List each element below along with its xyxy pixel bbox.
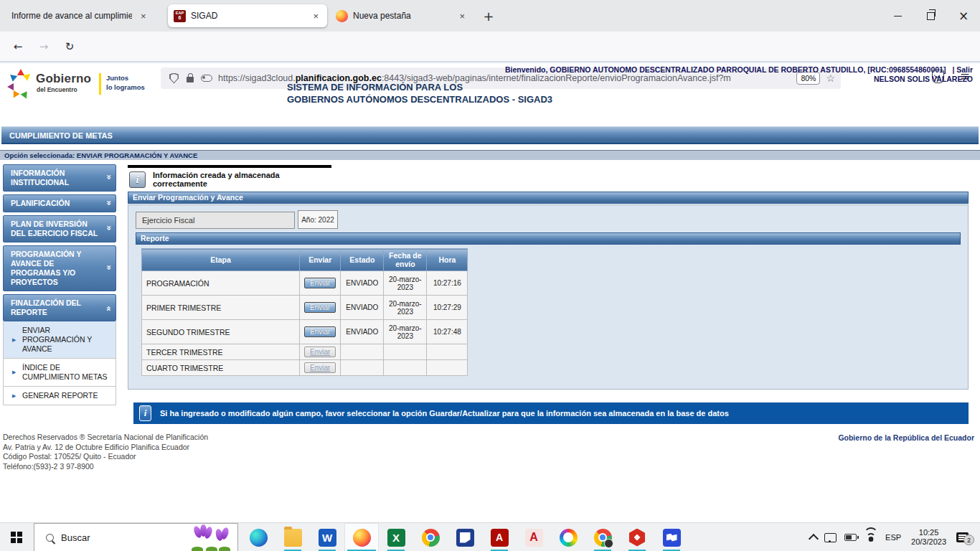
report-table: Etapa Enviar Estado Fecha de envío Hora … bbox=[141, 248, 468, 376]
report-panel: Ejercicio Fiscal Año: 2022 Reporte Etapa… bbox=[128, 204, 969, 390]
profile-avatar bbox=[604, 539, 613, 548]
cast-monitor-icon[interactable] bbox=[824, 533, 837, 542]
sidebar-item-programacion-avance[interactable]: PROGRAMACIÓN Y AVANCE DE PROGRAMAS Y/O P… bbox=[3, 245, 116, 291]
taskbar-reader-app[interactable] bbox=[654, 523, 689, 551]
tab-nueva-pestana[interactable]: Nueva pestaña × bbox=[330, 4, 473, 27]
footer-government: Gobierno de la República del Ecuador bbox=[838, 433, 974, 442]
search-flower-image bbox=[182, 523, 237, 551]
logo-tagline-2: lo logramos bbox=[106, 83, 145, 91]
chevron-down-icon: » bbox=[105, 265, 114, 270]
estado-cell: ENVIADO bbox=[341, 320, 384, 344]
tray-expand-icon[interactable] bbox=[809, 534, 819, 544]
sidebar-item-plan-inversion[interactable]: PLAN DE INVERSIÓN DEL EJERCICIO FISCAL » bbox=[3, 215, 116, 242]
battery-icon[interactable] bbox=[844, 534, 857, 541]
color-ring-icon bbox=[560, 529, 578, 547]
info-icon: i bbox=[129, 171, 146, 188]
tab-close-icon[interactable]: × bbox=[138, 10, 149, 22]
acrobat-icon: A bbox=[491, 529, 509, 547]
enviar-button-disabled[interactable]: Enviar bbox=[304, 347, 336, 357]
sidebar-item-planificacion[interactable]: PLANIFICACIÓN » bbox=[3, 194, 116, 212]
window-close-button[interactable]: × bbox=[947, 0, 980, 32]
clock[interactable]: 10:25 20/3/2023 bbox=[911, 528, 946, 547]
taskbar-search[interactable]: Buscar bbox=[34, 523, 238, 551]
restore-icon bbox=[927, 12, 935, 20]
browser-toolbar: ← → ↻ https://sigad3cloud.planificacion.… bbox=[0, 32, 980, 62]
tab-close-icon[interactable]: × bbox=[310, 10, 321, 22]
welcome-text: Bienvenido, GOBIERNO AUTONOMO DESCENTRAL… bbox=[505, 65, 946, 74]
back-button[interactable]: ← bbox=[9, 37, 27, 56]
logout-link[interactable]: | Salir bbox=[952, 65, 973, 74]
window-restore-button[interactable] bbox=[914, 0, 947, 32]
sidebar-item-finalizacion-reporte[interactable]: FINALIZACIÓN DEL REPORTE » bbox=[3, 294, 116, 321]
sidebar-subitem-enviar-programacion[interactable]: ▶ ENVIAR PROGRAMACIÓN Y AVANCE bbox=[3, 321, 116, 359]
flash-text: Información creada y almacenada correcta… bbox=[153, 171, 331, 188]
logo-word: Gobierno bbox=[36, 72, 91, 86]
taskbar-excel[interactable]: X bbox=[379, 523, 413, 551]
windows-taskbar: Buscar W X A A bbox=[0, 522, 980, 551]
wifi-icon[interactable] bbox=[865, 533, 877, 542]
sidebar-subitem-indice-cumplimiento[interactable]: ▶ ÍNDICE DE CUMPLIMIENTO METAS bbox=[3, 359, 116, 387]
table-row: SEGUNDO TRIMESTRE Enviar ENVIADO 20-marz… bbox=[142, 320, 468, 344]
enviar-button[interactable]: Enviar bbox=[304, 302, 336, 313]
etapa-cell: CUARTO TRIMESTRE bbox=[142, 360, 300, 376]
notice-text: Si ha ingresado o modificado algún campo… bbox=[160, 409, 729, 418]
reload-button[interactable]: ↻ bbox=[60, 37, 79, 56]
taskbar-edge[interactable] bbox=[241, 523, 275, 551]
taskbar-firefox[interactable] bbox=[344, 523, 379, 551]
col-etapa: Etapa bbox=[142, 249, 300, 271]
enviar-button[interactable]: Enviar bbox=[304, 278, 336, 288]
lock-icon[interactable] bbox=[187, 77, 194, 83]
enviar-button-disabled[interactable]: Enviar bbox=[304, 362, 336, 373]
tray-date: 20/3/2023 bbox=[911, 537, 946, 547]
table-row: TERCER TRIMESTRE Enviar bbox=[142, 344, 468, 360]
language-indicator[interactable]: ESP bbox=[885, 533, 901, 542]
bookmark-star-icon[interactable]: ☆ bbox=[826, 72, 835, 84]
taskbar-color-ring-app[interactable] bbox=[551, 523, 585, 551]
estado-cell: ENVIADO bbox=[341, 296, 384, 320]
new-tab-button[interactable]: + bbox=[479, 7, 498, 26]
tray-time: 10:25 bbox=[911, 528, 946, 537]
etapa-cell: PRIMER TRIMESTRE bbox=[142, 296, 300, 320]
permissions-icon[interactable] bbox=[201, 75, 212, 82]
fecha-cell: 20-marzo-2023 bbox=[384, 296, 427, 320]
excel-icon: X bbox=[387, 529, 405, 547]
fecha-cell: 20-marzo-2023 bbox=[384, 320, 427, 344]
panel-title-bar: Enviar Programación y Avance bbox=[128, 192, 969, 204]
taskbar-file-explorer[interactable] bbox=[275, 523, 310, 551]
file-explorer-icon bbox=[284, 529, 302, 547]
scanner-icon bbox=[456, 529, 474, 547]
security-gem-icon bbox=[628, 529, 646, 547]
start-button[interactable] bbox=[0, 523, 33, 551]
tab-sigad[interactable]: EAP6 SIGAD × bbox=[168, 4, 327, 27]
etapa-cell: TERCER TRIMESTRE bbox=[142, 344, 300, 360]
col-hora: Hora bbox=[427, 249, 468, 271]
chevron-down-icon: » bbox=[105, 174, 114, 180]
fiscal-year-label: Ejercicio Fiscal bbox=[136, 212, 295, 229]
forward-button[interactable]: → bbox=[34, 37, 53, 56]
word-icon: W bbox=[319, 529, 336, 547]
etapa-cell: PROGRAMACIÓN bbox=[142, 271, 300, 296]
notification-center-icon[interactable]: 2 bbox=[956, 532, 969, 542]
taskbar-chrome-profile[interactable] bbox=[585, 523, 620, 551]
enviar-button[interactable]: Enviar bbox=[304, 326, 336, 337]
taskbar-chrome[interactable] bbox=[413, 523, 448, 551]
tab-close-icon[interactable]: × bbox=[456, 10, 468, 22]
save-notice-bar: i Si ha ingresado o modificado algún cam… bbox=[133, 402, 969, 424]
taskbar-word[interactable]: W bbox=[310, 523, 344, 551]
tab-informe[interactable]: Informe de avance al cumplimiento × bbox=[6, 4, 165, 27]
taskbar-scanner[interactable] bbox=[448, 523, 482, 551]
chrome-icon bbox=[422, 529, 440, 547]
report-section-bar: Reporte bbox=[136, 232, 961, 245]
close-icon: × bbox=[958, 10, 969, 22]
submenu-arrow-icon: ▶ bbox=[12, 335, 16, 344]
section-banner: CUMPLIMIENTO DE METAS bbox=[1, 126, 979, 144]
taskbar-security-app[interactable] bbox=[620, 523, 654, 551]
hora-cell: 10:27:16 bbox=[427, 271, 468, 296]
fecha-cell: 20-marzo-2023 bbox=[384, 271, 427, 296]
sidebar-subitem-generar-reporte[interactable]: ▶ GENERAR REPORTE bbox=[3, 387, 116, 405]
flash-message: i Información creada y almacenada correc… bbox=[128, 165, 331, 192]
taskbar-acrobat[interactable]: A bbox=[482, 523, 517, 551]
window-minimize-button[interactable] bbox=[881, 0, 914, 32]
taskbar-autocad[interactable]: A bbox=[517, 523, 551, 551]
sidebar-item-informacion-institucional[interactable]: INFORMACIÓN INSTITUCIONAL » bbox=[3, 164, 116, 192]
